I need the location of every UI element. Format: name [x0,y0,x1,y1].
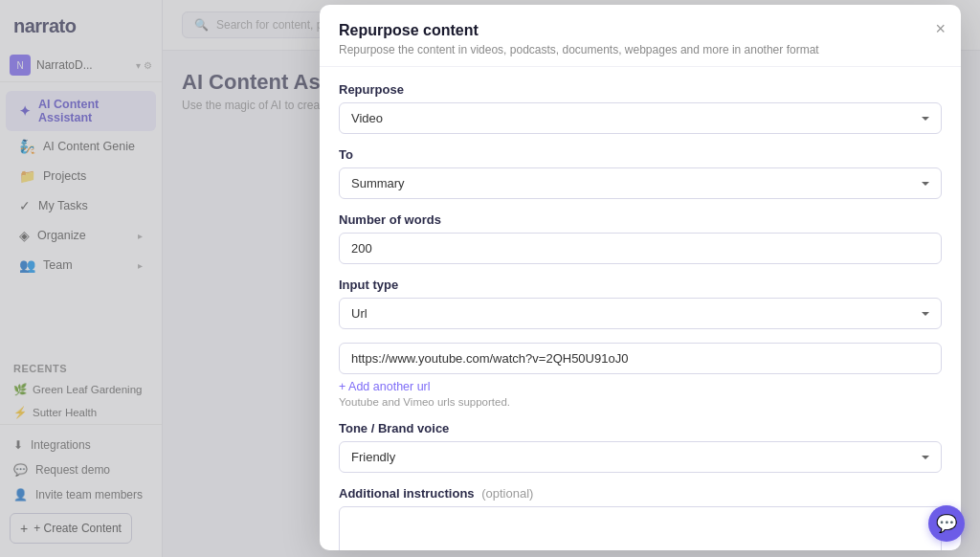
repurpose-modal: Repurpose content Repurpose the content … [320,5,961,550]
modal-title: Repurpose content [339,22,942,39]
additional-optional: (optional) [481,486,533,501]
tone-group: Tone / Brand voice Friendly [339,421,942,473]
additional-group: Additional instructions (optional) 0 / 1… [339,486,942,550]
input-type-group: Input type Url [339,278,942,329]
modal-body: Repurpose Video To Summary Number of wor… [320,67,961,550]
chat-icon: 💬 [936,513,957,534]
chat-fab-button[interactable]: 💬 [928,505,965,542]
num-words-group: Number of words [339,212,942,264]
modal-overlay: Repurpose content Repurpose the content … [0,0,980,557]
url-hint: Youtube and Vimeo urls supported. [339,396,942,408]
to-group: To Summary [339,147,942,199]
repurpose-label: Repurpose [339,82,942,97]
to-label: To [339,147,942,162]
url-input[interactable] [339,343,942,374]
modal-header: Repurpose content Repurpose the content … [320,5,961,67]
num-words-input[interactable] [339,233,942,264]
url-group: + Add another url Youtube and Vimeo urls… [339,343,942,408]
modal-close-button[interactable]: × [935,20,946,37]
repurpose-group: Repurpose Video [339,82,942,134]
repurpose-select[interactable]: Video [339,102,942,134]
additional-textarea[interactable] [339,506,942,550]
modal-subtitle: Repurpose the content in videos, podcast… [339,43,942,56]
to-select[interactable]: Summary [339,167,942,199]
add-url-button[interactable]: + Add another url [339,380,431,393]
num-words-label: Number of words [339,212,942,227]
tone-label: Tone / Brand voice [339,421,942,435]
input-type-select[interactable]: Url [339,298,942,329]
additional-label: Additional instructions (optional) [339,486,942,501]
input-type-label: Input type [339,278,942,292]
tone-select[interactable]: Friendly [339,441,942,473]
